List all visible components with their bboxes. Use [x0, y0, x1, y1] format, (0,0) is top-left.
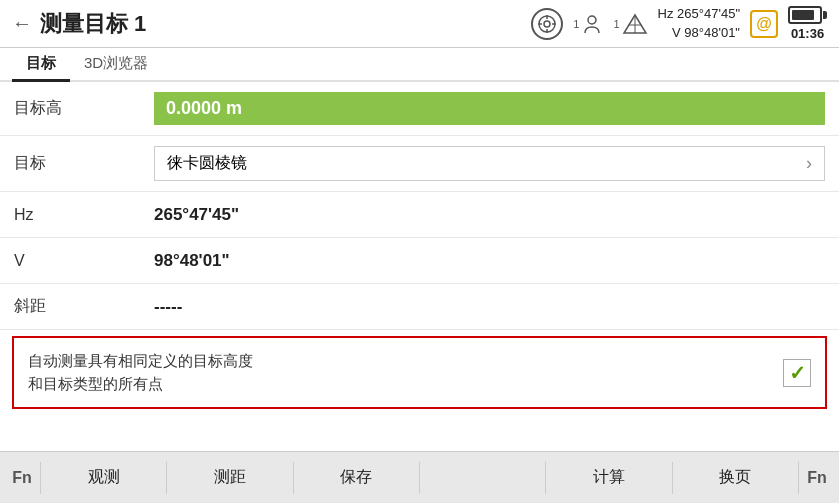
bottom-bar: Fn 观测 测距 保存 计算 换页 Fn — [0, 451, 839, 503]
at-warning-icon: @ — [750, 10, 778, 38]
svg-point-6 — [588, 16, 596, 24]
save-button[interactable]: 保存 — [294, 459, 419, 496]
fn-left-button[interactable]: Fn — [4, 461, 40, 495]
label-hz: Hz — [14, 206, 154, 224]
checkbox-text-line1: 自动测量具有相同定义的目标高度 — [28, 352, 253, 369]
auto-measure-checkbox-row[interactable]: 自动测量具有相同定义的目标高度 和目标类型的所有点 ✓ — [12, 336, 827, 409]
arrow-right-icon: › — [806, 153, 812, 174]
label-target: 目标 — [14, 153, 154, 174]
field-row-hz: Hz 265°47'45" — [0, 192, 839, 238]
target-value-text: 徕卡圆棱镜 — [167, 153, 247, 174]
checkbox-label-text: 自动测量具有相同定义的目标高度 和目标类型的所有点 — [28, 350, 773, 395]
value-v: 98°48'01" — [154, 251, 825, 271]
tab-target[interactable]: 目标 — [12, 48, 70, 82]
auto-measure-checkbox[interactable]: ✓ — [783, 359, 811, 387]
value-slope-dist: ----- — [154, 297, 825, 317]
tab-3d-browser[interactable]: 3D浏览器 — [70, 48, 162, 82]
field-row-target-height: 目标高 0.0000 m — [0, 82, 839, 136]
field-row-target: 目标 徕卡圆棱镜 › — [0, 136, 839, 192]
field-row-v: V 98°48'01" — [0, 238, 839, 284]
header-icons: 1 1 Hz 265°47'45" V 98°48'01" @ — [531, 5, 827, 41]
header: ← 测量目标 1 1 1 — [0, 0, 839, 48]
tabs: 目标 3D浏览器 — [0, 48, 839, 82]
v-value: V 98°48'01" — [658, 24, 740, 42]
observe-button[interactable]: 观测 — [41, 459, 166, 496]
back-button[interactable]: ← — [12, 12, 32, 35]
label-slope-dist: 斜距 — [14, 296, 154, 317]
time-display: 01:36 — [791, 26, 824, 41]
value-target-height[interactable]: 0.0000 m — [154, 92, 825, 125]
calculate-button[interactable]: 计算 — [546, 459, 671, 496]
label-target-height: 目标高 — [14, 98, 154, 119]
target-icon — [531, 8, 563, 40]
hz-value: Hz 265°47'45" — [658, 5, 740, 23]
svg-point-1 — [544, 21, 550, 27]
checkmark-icon: ✓ — [789, 361, 806, 385]
main-content: 目标高 0.0000 m 目标 徕卡圆棱镜 › Hz 265°47'45" V … — [0, 82, 839, 451]
prism-icon-badge: 1 — [613, 13, 647, 35]
coordinates-display: Hz 265°47'45" V 98°48'01" — [658, 5, 740, 41]
value-hz: 265°47'45" — [154, 205, 825, 225]
field-row-slope-dist: 斜距 ----- — [0, 284, 839, 330]
measure-dist-button[interactable]: 测距 — [167, 459, 292, 496]
label-v: V — [14, 252, 154, 270]
empty-button — [420, 470, 545, 486]
battery-icon — [788, 6, 827, 24]
checkbox-text-line2: 和目标类型的所有点 — [28, 375, 163, 392]
next-page-button[interactable]: 换页 — [673, 459, 798, 496]
person-icon-badge: 1 — [573, 13, 603, 35]
fn-right-button[interactable]: Fn — [799, 461, 835, 495]
page-title: 测量目标 1 — [40, 9, 531, 39]
value-target-selector[interactable]: 徕卡圆棱镜 › — [154, 146, 825, 181]
